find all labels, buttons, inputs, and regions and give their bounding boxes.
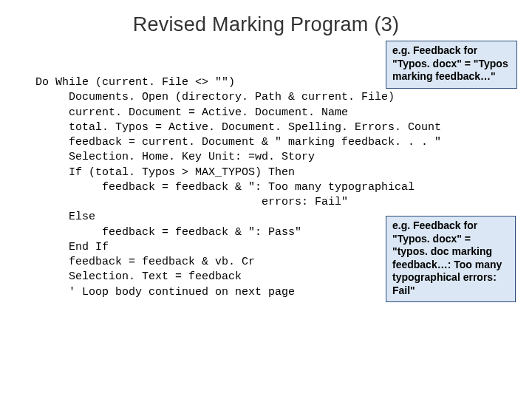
annotation-box-1: e.g. Feedback for "Typos. docx" = "Typos…: [386, 41, 517, 89]
annot2-line6: Fail": [392, 284, 415, 296]
annot1-line3: marking feedback…": [392, 70, 496, 82]
annot2-line5: typographical errors:: [392, 271, 497, 283]
annot2-line1: e.g. Feedback for: [392, 219, 477, 231]
code-block: Do While (current. File <> "") Documents…: [35, 75, 441, 300]
annot2-line4: feedback…: Too many: [392, 259, 502, 270]
annot2-line2: "Typos. docx" =: [392, 233, 471, 245]
slide-title: Revised Marking Program (3): [0, 13, 532, 36]
annotation-box-2: e.g. Feedback for "Typos. docx" = "typos…: [386, 216, 516, 302]
annot1-line2: "Typos. docx" = "Typos: [392, 58, 508, 69]
annot1-line1: e.g. Feedback for: [392, 44, 477, 56]
annot2-line3: "typos. doc marking: [392, 245, 492, 257]
